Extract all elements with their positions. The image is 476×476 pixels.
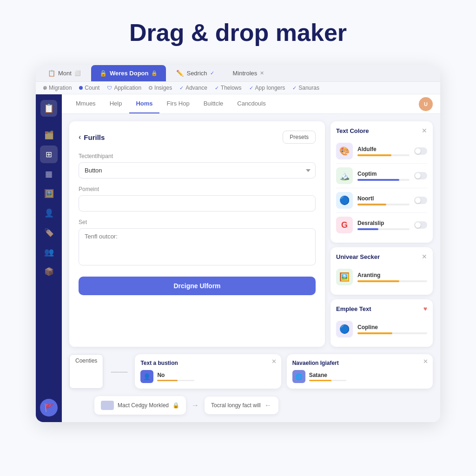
field-type-select[interactable]: Button xyxy=(79,162,316,178)
bottom-card-1-item: 👤 No xyxy=(140,370,275,383)
submit-button[interactable]: Drcigne Ulform xyxy=(79,277,316,295)
coptim-toggle[interactable] xyxy=(414,172,427,179)
right-panel: Text Colore ✕ 🎨 Aldulfe xyxy=(331,121,433,347)
aldulfe-toggle[interactable] xyxy=(414,147,427,155)
main-content: 📋 🗂️ ⊞ ▦ 🖼️ 👤 🏷️ 👥 📦 🚩 Mmues Help Homs F… xyxy=(36,94,440,422)
sub-tab-appiongers[interactable]: ✓ App Iongers xyxy=(249,85,285,91)
field-name-label: Pomeint xyxy=(79,186,316,192)
bottom-card-1-close[interactable]: ✕ xyxy=(271,358,277,365)
top-tab-mont[interactable]: 📋 Mont ⬜ xyxy=(40,65,89,81)
weres-tab-icon: 🔒 xyxy=(99,70,107,77)
top-tab-mintroles[interactable]: Mintroles ✕ xyxy=(225,65,273,81)
sidebar-item-badge[interactable]: 🏷️ xyxy=(40,224,58,241)
desralslip-thumb: G xyxy=(336,217,353,233)
noortl-bar-track xyxy=(357,204,410,205)
field-content: Set xyxy=(79,219,316,267)
bottom-card-1-name: No xyxy=(157,372,194,378)
desralslip-toggle[interactable] xyxy=(414,221,427,229)
aldulfe-bar-track xyxy=(357,154,410,156)
presets-button[interactable]: Presets xyxy=(283,131,316,144)
mintroles-tab-close[interactable]: ✕ xyxy=(260,70,264,76)
form-back-button[interactable]: ‹ Furills xyxy=(79,133,105,141)
sub-tab-application[interactable]: 🛡 Application xyxy=(107,85,141,91)
top-tab-weres[interactable]: 🔒 Weres Dopon 🔒 xyxy=(91,65,166,81)
connector-label: Coenties xyxy=(69,354,103,389)
top-tab-sedrich[interactable]: ✏️ Sedrich ✓ xyxy=(168,65,222,81)
aranting-bar-fill xyxy=(357,280,399,282)
sub-tab-migration[interactable]: ♥ Migration xyxy=(43,85,72,91)
mont-tab-label: Mont xyxy=(58,70,72,77)
field-content-label: Set xyxy=(79,219,316,225)
aranting-name: Aranting xyxy=(357,272,427,278)
bottom-card-1: ✕ Text a bustion 👤 No xyxy=(135,354,281,389)
sidebar-item-table[interactable]: ▦ xyxy=(40,165,58,183)
bottom-card-1-info: No xyxy=(157,372,194,381)
sidebar-item-image[interactable]: 🖼️ xyxy=(40,185,58,202)
copline-bar-track xyxy=(357,332,427,334)
sedrich-tab-checkmark: ✓ xyxy=(210,70,214,76)
sidebar-item-grid[interactable]: ⊞ xyxy=(40,145,58,163)
inner-tab-homs[interactable]: Homs xyxy=(129,94,159,113)
widget-item-aldulfe: 🎨 Aldulfe xyxy=(336,139,427,164)
migration-label: Migration xyxy=(49,85,72,91)
widget-item-copline: 🔵 Copline xyxy=(336,317,427,341)
sub-tabs-bar: ♥ Migration Count 🛡 Application Insiges … xyxy=(36,82,440,94)
right-arrow-icon: → xyxy=(192,401,199,410)
noortl-toggle[interactable] xyxy=(414,197,427,204)
noortl-name: Noortl xyxy=(357,195,410,202)
sub-tab-sanuras[interactable]: ✓ Sanuras xyxy=(292,85,319,91)
sub-tab-advance[interactable]: ✓ Advance xyxy=(179,85,207,91)
application-icon: 🛡 xyxy=(107,85,112,91)
form-title: Furills xyxy=(84,133,105,141)
back-arrow-icon: ‹ xyxy=(79,133,81,141)
sidebar-item-person[interactable]: 👤 xyxy=(40,204,58,222)
widget-item-coptim: 🏔️ Coptim xyxy=(336,164,427,188)
bottom-row2-label-1: Mact Cedgy Morkled xyxy=(118,402,169,409)
sidebar-item-flag[interactable]: 🚩 xyxy=(40,399,58,416)
app-container: 📋 Mont ⬜ 🔒 Weres Dopon 🔒 ✏️ Sedrich ✓ Mi… xyxy=(36,65,440,422)
lock-icon: 🔒 xyxy=(172,402,179,409)
inner-tab-buittcle[interactable]: Buittcle xyxy=(197,94,230,113)
sub-tab-count[interactable]: Count xyxy=(79,85,99,91)
sub-tab-thelows[interactable]: ✓ Thelows xyxy=(215,85,242,91)
sedrich-tab-icon: ✏️ xyxy=(176,70,184,77)
bottom-card-2-thumb: 🌐 xyxy=(292,370,305,383)
univer-widget-header: Univear Secker ✕ xyxy=(336,253,427,260)
color-widget-close[interactable]: ✕ xyxy=(422,127,427,134)
insiges-label: Insiges xyxy=(154,85,172,91)
desralslip-name: Desralslip xyxy=(357,220,410,226)
migration-dot: ♥ xyxy=(43,86,47,90)
inner-tab-firshop[interactable]: Firs Hop xyxy=(160,94,196,113)
univer-widget: Univear Secker ✕ 🖼️ Aranting xyxy=(331,247,433,295)
emp-widget-header: Emplee Text ♥ xyxy=(336,305,427,312)
field-name-input[interactable]: Creat xyxy=(79,195,316,212)
sidebar-item-users[interactable]: 👥 xyxy=(40,243,58,261)
mont-tab-icon2: ⬜ xyxy=(74,70,81,76)
inner-tab-help[interactable]: Help xyxy=(103,94,129,113)
color-widget-title: Text Colore xyxy=(336,127,369,134)
inner-tab-cancdouls[interactable]: Cancdouls xyxy=(231,94,272,113)
sanuras-label: Sanuras xyxy=(298,85,319,91)
coptim-bar-fill xyxy=(357,179,399,181)
coptim-bar-track xyxy=(357,179,410,181)
inner-tab-mmues[interactable]: Mmues xyxy=(69,94,102,113)
bottom-card-2-info: Satane xyxy=(309,372,346,381)
sidebar-logo[interactable]: 📋 xyxy=(40,100,57,117)
noortl-info: Noortl xyxy=(357,195,410,205)
field-content-textarea[interactable] xyxy=(79,228,316,265)
bottom-card-2-close[interactable]: ✕ xyxy=(423,358,428,365)
sidebar-item-box[interactable]: 📦 xyxy=(40,263,58,280)
weres-tab-icon2: 🔒 xyxy=(151,70,158,76)
bottom-row2-thumb-1 xyxy=(101,401,114,410)
bottom-row2: Mact Cedgy Morkled 🔒 → Tocral longy fact… xyxy=(62,396,440,422)
bottom-card-1-title: Text a bustion xyxy=(140,360,275,366)
advance-label: Advance xyxy=(185,85,207,91)
univer-widget-close[interactable]: ✕ xyxy=(422,253,427,260)
field-name: Pomeint Creat xyxy=(79,186,316,212)
bottom-row2-card-2: Tocral longy fact will ← xyxy=(205,397,278,414)
sub-tab-insiges[interactable]: Insiges xyxy=(149,85,172,91)
coptim-thumb: 🏔️ xyxy=(336,167,353,184)
bottom-area: Coenties —— ✕ Text a bustion 👤 No xyxy=(62,354,440,396)
sidebar-item-cards[interactable]: 🗂️ xyxy=(40,126,58,144)
bottom-card-2-item: 🌐 Satane xyxy=(292,370,427,383)
